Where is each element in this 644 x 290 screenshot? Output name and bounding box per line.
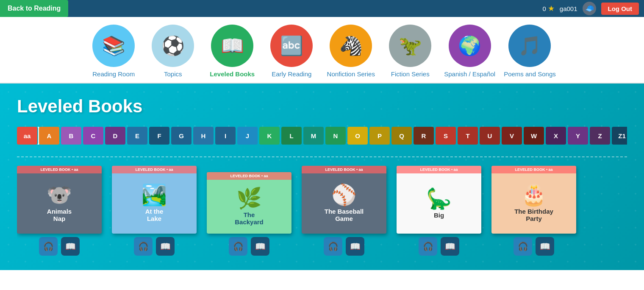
book-title-birthday-party: The Birthday Party xyxy=(514,208,553,222)
book-read-btn-birthday-party[interactable]: 📖 xyxy=(536,237,554,256)
level-btn-W[interactable]: W xyxy=(524,127,544,145)
level-btn-P[interactable]: P xyxy=(369,127,390,145)
level-btn-G[interactable]: G xyxy=(171,127,192,145)
level-btn-aa[interactable]: aa xyxy=(17,127,37,145)
book-cover-animals-nap: LEVELED BOOK • aa🐨Animals Nap xyxy=(17,166,102,234)
cat-label-poems-songs: Poems and Songs xyxy=(504,70,556,78)
cat-item-topics[interactable]: ⚽Topics xyxy=(147,25,198,78)
main-area: Leveled Books aaABCDEFGHIJKLMNOPQRSTUVWX… xyxy=(0,84,644,270)
level-btn-U[interactable]: U xyxy=(480,127,500,145)
book-actions-the-backyard: 🎧📖 xyxy=(229,237,269,256)
book-actions-at-the-lake: 🎧📖 xyxy=(134,237,175,256)
level-btn-K[interactable]: K xyxy=(259,127,280,145)
book-title-big: Big xyxy=(434,212,444,219)
cat-label-early-reading: Early Reading xyxy=(272,70,311,78)
book-audio-btn-animals-nap[interactable]: 🎧 xyxy=(39,237,58,256)
book-audio-btn-big[interactable]: 🎧 xyxy=(419,237,437,256)
cat-label-nonfiction-series: Nonfiction Series xyxy=(327,70,375,78)
book-cover-the-backyard: LEVELED BOOK • aa🌿The Backyard xyxy=(207,172,291,234)
level-btn-N[interactable]: N xyxy=(325,127,346,145)
book-item-at-the-lake[interactable]: LEVELED BOOK • aa🏞️At the Lake🎧📖 xyxy=(112,166,197,256)
level-btn-X[interactable]: X xyxy=(546,127,566,145)
book-actions-animals-nap: 🎧📖 xyxy=(39,237,80,256)
level-btn-I[interactable]: I xyxy=(215,127,236,145)
level-btn-S[interactable]: S xyxy=(436,127,456,145)
avatar: 🧢 xyxy=(583,2,596,15)
book-actions-birthday-party: 🎧📖 xyxy=(514,237,554,256)
cat-item-reading-room[interactable]: 📚Reading Room xyxy=(88,25,139,78)
book-title-animals-nap: Animals Nap xyxy=(47,208,72,222)
book-item-the-backyard[interactable]: LEVELED BOOK • aa🌿The Backyard🎧📖 xyxy=(207,172,291,256)
category-nav: 📚Reading Room⚽Topics📖Leveled Books🔤Early… xyxy=(0,17,644,84)
level-btn-J[interactable]: J xyxy=(237,127,258,145)
book-item-baseball-game[interactable]: LEVELED BOOK • aa⚾The Baseball Game🎧📖 xyxy=(302,166,386,256)
cat-label-reading-room: Reading Room xyxy=(92,70,135,78)
level-btn-F[interactable]: F xyxy=(149,127,169,145)
page-title: Leveled Books xyxy=(17,96,627,117)
top-right-area: 0 ★ ga001 🧢 Log Out xyxy=(542,2,644,15)
cat-icon-early-reading: 🔤 xyxy=(270,25,313,67)
cat-item-poems-songs[interactable]: 🎵Poems and Songs xyxy=(504,25,556,78)
book-item-animals-nap[interactable]: LEVELED BOOK • aa🐨Animals Nap🎧📖 xyxy=(17,166,102,256)
cat-item-spanish[interactable]: 🌍Spanish / Español xyxy=(444,25,495,78)
score-value: 0 xyxy=(542,5,546,12)
book-grid: LEVELED BOOK • aa🐨Animals Nap🎧📖LEVELED B… xyxy=(17,166,627,256)
book-item-birthday-party[interactable]: LEVELED BOOK • aa🎂The Birthday Party🎧📖 xyxy=(491,166,576,256)
level-btn-A[interactable]: A xyxy=(39,127,59,145)
cat-icon-topics: ⚽ xyxy=(152,25,194,67)
star-icon: ★ xyxy=(548,4,555,13)
level-btn-V[interactable]: V xyxy=(502,127,522,145)
book-cover-baseball-game: LEVELED BOOK • aa⚾The Baseball Game xyxy=(302,166,386,234)
book-cover-big: LEVELED BOOK • aa🦕Big xyxy=(397,166,481,234)
book-audio-btn-at-the-lake[interactable]: 🎧 xyxy=(134,237,153,256)
book-audio-btn-the-backyard[interactable]: 🎧 xyxy=(229,237,247,256)
level-btn-Z[interactable]: Z xyxy=(590,127,610,145)
book-cover-birthday-party: LEVELED BOOK • aa🎂The Birthday Party xyxy=(491,166,576,234)
level-btn-Q[interactable]: Q xyxy=(391,127,412,145)
cat-icon-poems-songs: 🎵 xyxy=(508,25,551,67)
cat-icon-nonfiction-series: 🦓 xyxy=(330,25,372,67)
book-read-btn-the-backyard[interactable]: 📖 xyxy=(251,237,269,256)
level-btn-B[interactable]: B xyxy=(61,127,81,145)
book-item-big[interactable]: LEVELED BOOK • aa🦕Big🎧📖 xyxy=(397,166,481,256)
book-actions-baseball-game: 🎧📖 xyxy=(324,237,364,256)
top-bar: Back to Reading 0 ★ ga001 🧢 Log Out xyxy=(0,0,644,17)
username-display: ga001 xyxy=(560,5,577,12)
book-read-btn-baseball-game[interactable]: 📖 xyxy=(346,237,364,256)
dot-divider xyxy=(17,156,627,157)
level-btn-C[interactable]: C xyxy=(83,127,103,145)
back-to-reading-button[interactable]: Back to Reading xyxy=(0,0,68,17)
cat-icon-fiction-series: 🦖 xyxy=(389,25,431,67)
cat-label-fiction-series: Fiction Series xyxy=(391,70,430,78)
book-read-btn-at-the-lake[interactable]: 📖 xyxy=(156,237,175,256)
cat-item-fiction-series[interactable]: 🦖Fiction Series xyxy=(385,25,436,78)
book-title-baseball-game: The Baseball Game xyxy=(325,208,364,222)
book-audio-btn-birthday-party[interactable]: 🎧 xyxy=(514,237,532,256)
level-btn-Z1[interactable]: Z1 xyxy=(612,127,627,145)
cat-label-topics: Topics xyxy=(164,70,182,78)
cat-item-nonfiction-series[interactable]: 🦓Nonfiction Series xyxy=(325,25,376,78)
cat-icon-leveled-books: 📖 xyxy=(211,25,253,67)
book-read-btn-animals-nap[interactable]: 📖 xyxy=(61,237,80,256)
book-read-btn-big[interactable]: 📖 xyxy=(441,237,459,256)
score-display: 0 ★ xyxy=(542,4,554,13)
logout-button[interactable]: Log Out xyxy=(601,3,639,15)
level-btn-T[interactable]: T xyxy=(458,127,478,145)
book-actions-big: 🎧📖 xyxy=(419,237,459,256)
level-bar: aaABCDEFGHIJKLMNOPQRSTUVWXYZZ1Z2 xyxy=(17,127,627,145)
level-btn-E[interactable]: E xyxy=(127,127,147,145)
cat-label-leveled-books: Leveled Books xyxy=(210,70,255,78)
book-audio-btn-baseball-game[interactable]: 🎧 xyxy=(324,237,342,256)
level-btn-Y[interactable]: Y xyxy=(568,127,588,145)
cat-item-leveled-books[interactable]: 📖Leveled Books xyxy=(207,25,258,78)
level-btn-M[interactable]: M xyxy=(303,127,324,145)
level-btn-R[interactable]: R xyxy=(414,127,434,145)
level-btn-D[interactable]: D xyxy=(105,127,125,145)
book-title-the-backyard: The Backyard xyxy=(235,211,264,226)
book-cover-at-the-lake: LEVELED BOOK • aa🏞️At the Lake xyxy=(112,166,197,234)
book-title-at-the-lake: At the Lake xyxy=(145,208,164,222)
cat-item-early-reading[interactable]: 🔤Early Reading xyxy=(266,25,317,78)
level-btn-O[interactable]: O xyxy=(347,127,368,145)
level-btn-H[interactable]: H xyxy=(193,127,214,145)
level-btn-L[interactable]: L xyxy=(281,127,302,145)
